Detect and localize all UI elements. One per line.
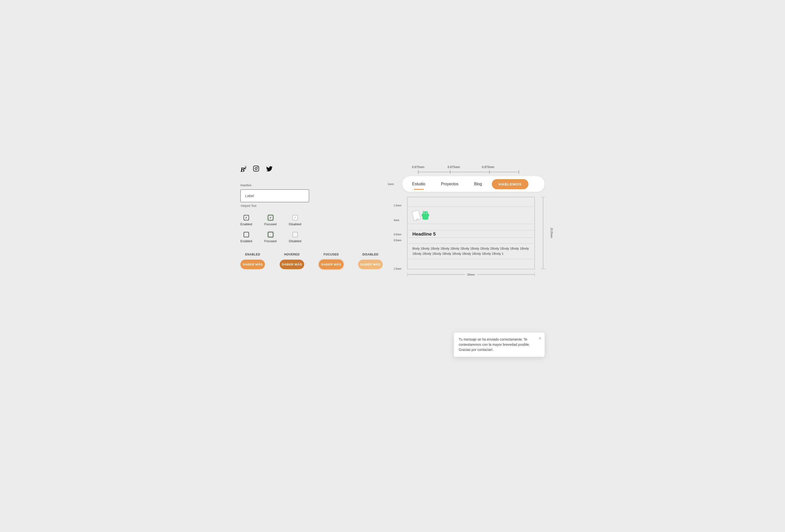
checkbox-enabled-unchecked[interactable]: Enabled — [240, 232, 252, 243]
svg-point-18 — [424, 213, 425, 214]
card-width-label: 33rem — [465, 273, 477, 276]
svg-line-20 — [423, 211, 424, 212]
svg-rect-16 — [428, 214, 429, 217]
checkmark-focused-icon: ✓ — [269, 216, 272, 220]
svg-point-19 — [426, 213, 427, 214]
svg-rect-15 — [422, 214, 423, 217]
svg-rect-17 — [423, 217, 428, 220]
btn-disabled: SABER MÁS — [358, 260, 383, 269]
nav-meas-3: 6.875rem — [482, 166, 495, 169]
card-gap2-label: 0.5rem — [394, 239, 401, 242]
label-focused: FOCUSED — [319, 253, 344, 256]
label-enabled: ENABLED — [240, 253, 265, 256]
checkbox-focused-unchecked[interactable]: Focused — [264, 232, 277, 243]
card-gap1-label: 0.5rem — [394, 233, 401, 236]
toast-close-button[interactable]: × — [539, 335, 541, 341]
label-hovered: HOVERED — [280, 253, 304, 256]
checkbox-disabled-checked: ✓ Disabled — [289, 215, 302, 226]
right-panel: 6.875rem 6.875rem 6.875rem 1rem Estud — [387, 166, 545, 279]
btn-enabled[interactable]: SABER MÁS — [240, 260, 265, 269]
nav-component: Estudio Proyectos Blog HABLEMOS — [402, 176, 545, 192]
card-height-label: 20.25rem — [550, 228, 553, 238]
card-headline: Headline 5 — [412, 231, 436, 237]
checkbox-focused-label: Focused — [264, 222, 277, 226]
input-field[interactable]: Label — [240, 189, 309, 202]
card-body: Body 1Body 1Body 1Body 1Body 1Body 1Body… — [412, 247, 529, 255]
label-disabled: DISABLED — [358, 253, 383, 256]
instagram-icon[interactable] — [253, 166, 259, 174]
checkbox-enabled-label: Enabled — [240, 222, 252, 226]
checkmark-icon: ✓ — [245, 216, 248, 220]
checkbox-unchecked-disabled-label: Disabled — [289, 239, 302, 243]
checkbox-disabled-unchecked: Disabled — [289, 232, 302, 243]
checkbox-focused-box[interactable]: ✓ — [268, 215, 273, 220]
checkbox-enabled-box[interactable]: ✓ — [244, 215, 249, 220]
nav-item-blog[interactable]: Blog — [466, 178, 490, 190]
input-field-label: Label — [245, 194, 254, 198]
btn-hovered[interactable]: SABER MÁS — [280, 260, 304, 269]
checkbox-unchecked-focused-box[interactable] — [268, 232, 273, 237]
nav-meas-2: 6.875rem — [448, 166, 460, 169]
card-bottom-spacer-label: 1.5rem — [394, 268, 401, 270]
nav-item-proyectos[interactable]: Proyectos — [433, 178, 466, 190]
checkbox-enabled-checked[interactable]: ✓ Enabled — [240, 215, 252, 226]
checkbox-unchecked-disabled-box — [293, 232, 298, 237]
checkmark-disabled-icon: ✓ — [294, 216, 297, 220]
behance-icon[interactable]: Bē — [240, 166, 246, 174]
page-container: Bē Inactivo Label Helped Text ✓ — [231, 156, 554, 376]
svg-rect-14 — [423, 214, 428, 218]
twitter-icon[interactable] — [266, 166, 273, 173]
nav-cta-button[interactable]: HABLEMOS — [492, 179, 529, 189]
svg-line-21 — [427, 211, 428, 212]
nav-item-estudio[interactable]: Estudio — [404, 178, 433, 190]
svg-rect-0 — [254, 166, 259, 171]
toast-notification: Tu mensaje se ha enviado correctamente. … — [454, 332, 545, 357]
nav-1rem-label: 1rem — [387, 182, 394, 185]
checkbox-disabled-label: Disabled — [289, 222, 302, 226]
svg-point-1 — [255, 168, 257, 170]
nav-meas-1: 6.875rem — [412, 166, 425, 169]
btn-focused[interactable]: SABER MÁS — [319, 260, 344, 269]
checkbox-disabled-box: ✓ — [293, 215, 298, 220]
card-top-spacer-label: 1.5rem — [394, 204, 401, 207]
checkbox-focused-checked[interactable]: ✓ Focused — [264, 215, 277, 226]
card-diagram: 1.5rem 4rem 0.5rem 0.5rem 1.5rem — [407, 197, 545, 279]
checkbox-unchecked-enabled-box[interactable] — [244, 232, 249, 237]
card-icons-height-label: 4rem — [394, 219, 399, 222]
checkbox-unchecked-enabled-label: Enabled — [240, 239, 252, 243]
checkbox-unchecked-focused-label: Focused — [264, 239, 277, 243]
toast-message: Tu mensaje se ha enviado correctamente. … — [459, 337, 530, 352]
